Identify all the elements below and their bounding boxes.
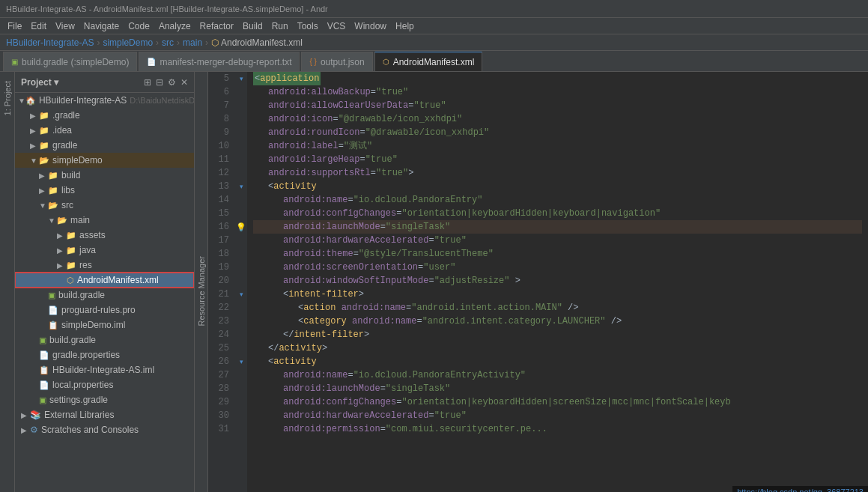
fold-21[interactable]: ▾: [235, 288, 247, 301]
resource-manager-label[interactable]: Resource Manager: [197, 256, 206, 327]
tree-item-hbuilder-iml[interactable]: ▶ 📋 HBuilder-Integrate-AS.iml: [15, 362, 194, 377]
tree-item-external-libraries[interactable]: ▶ 📚 External Libraries: [15, 407, 194, 422]
tree-item-src[interactable]: ▼ 📂 src: [15, 198, 194, 213]
code-attr-theme: android:theme="@style/TranslucentTheme": [283, 247, 494, 261]
tree-item-scratches[interactable]: ▶ ⚙ Scratches and Consoles: [15, 422, 194, 437]
tree-label-build-gradle-s: build.gradle: [58, 290, 105, 300]
tab-manifest-merger[interactable]: 📄 manifest-merger-debug-report.txt: [139, 52, 300, 71]
line-21: 21: [208, 288, 229, 301]
code-tag-activity-1: <activity: [268, 180, 317, 193]
menubar-item-edit[interactable]: Edit: [26, 18, 51, 34]
tree-item-gradle[interactable]: ▶ 📁 gradle: [15, 138, 194, 153]
code-line-11: android:largeHeap="true": [253, 153, 862, 166]
line-numbers: 5 6 7 8 9 10 11 12 13 14 15 16 17 18 19 …: [208, 72, 235, 492]
proguard-icon: 📄: [48, 306, 58, 315]
menubar-item-code[interactable]: Code: [124, 18, 154, 34]
tree-item-dot-idea[interactable]: ▶ 📁 .idea: [15, 123, 194, 138]
menubar-item-run[interactable]: Run: [267, 18, 293, 34]
menubar-item-help[interactable]: Help: [391, 18, 419, 34]
fold-26[interactable]: ▾: [235, 355, 247, 368]
breadcrumb-item-2[interactable]: simpleDemo: [103, 37, 153, 48]
tree-item-local-properties[interactable]: ▶ 📄 local.properties: [15, 377, 194, 392]
project-panel-toggle-label[interactable]: 1: Project: [3, 81, 12, 115]
menubar-item-window[interactable]: Window: [350, 18, 391, 34]
menubar-item-refactor[interactable]: Refactor: [195, 18, 238, 34]
code-line-26: <activity: [253, 355, 862, 368]
tree-item-build-gradle-root[interactable]: ▶ ▣ build.gradle: [15, 332, 194, 347]
title-bar: HBuilder-Integrate-AS - AndroidManifest.…: [0, 0, 868, 18]
menubar: FileEditViewNavigateCodeAnalyzeRefactorB…: [0, 18, 868, 34]
line-24: 24: [208, 328, 229, 341]
app-title: HBuilder-Integrate-AS - AndroidManifest.…: [6, 4, 328, 13]
fold-5[interactable]: ▾: [235, 72, 247, 85]
tree-item-dot-gradle[interactable]: ▶ 📁 .gradle: [15, 108, 194, 123]
project-close-icon[interactable]: ✕: [180, 77, 188, 88]
menubar-item-tools[interactable]: Tools: [293, 18, 323, 34]
tree-item-java[interactable]: ▶ 📁 java: [15, 243, 194, 258]
menubar-item-navigate[interactable]: Navigate: [79, 18, 124, 34]
tree-item-androidmanifest[interactable]: ▶ ⬡ AndroidManifest.xml: [15, 273, 194, 288]
code-container: 5 6 7 8 9 10 11 12 13 14 15 16 17 18 19 …: [208, 72, 868, 492]
tree-arrow-root: ▼: [18, 97, 25, 105]
breadcrumb-item-1[interactable]: HBuilder-Integrate-AS: [6, 37, 94, 48]
tree-item-res[interactable]: ▶ 📁 res: [15, 258, 194, 273]
code-line-5: <application: [253, 72, 862, 85]
fold-6: [235, 85, 247, 99]
tree-item-root[interactable]: ▼ 🏠 HBuilder-Integrate-AS D:\BaiduNetdis…: [15, 93, 194, 108]
menubar-item-view[interactable]: View: [51, 18, 79, 34]
tree-item-settings-gradle[interactable]: ▶ ▣ settings.gradle: [15, 392, 194, 407]
tree-item-build-gradle-simpledemo[interactable]: ▶ ▣ build.gradle: [15, 288, 194, 303]
menubar-item-build[interactable]: Build: [238, 18, 267, 34]
tree-arrow-main: ▼: [48, 216, 57, 225]
tree-item-build[interactable]: ▶ 📁 build: [15, 168, 194, 183]
resource-manager-tab[interactable]: Resource Manager: [195, 72, 208, 492]
menubar-item-analyze[interactable]: Analyze: [154, 18, 195, 34]
fold-8: [235, 112, 247, 126]
fold-arrow-21: ▾: [240, 291, 243, 298]
tree-item-assets[interactable]: ▶ 📁 assets: [15, 228, 194, 243]
sep1: ›: [97, 37, 100, 48]
tree-item-simpledemo-iml[interactable]: ▶ 📋 simpleDemo.iml: [15, 318, 194, 332]
project-expand-icon[interactable]: ⊞: [144, 77, 151, 88]
line-17: 17: [208, 234, 229, 247]
dot-gradle-folder-icon: 📁: [39, 111, 49, 121]
menubar-item-file[interactable]: File: [3, 18, 26, 34]
lightbulb-16[interactable]: 💡: [236, 222, 246, 232]
line-20: 20: [208, 274, 229, 288]
gradle-prop-icon: 📄: [39, 350, 49, 360]
code-attr-name-2: android:name="io.dcloud.PandoraEntryActi…: [283, 368, 526, 382]
fold-11: [235, 153, 247, 166]
sep4: ›: [205, 37, 208, 48]
tree-item-gradle-properties[interactable]: ▶ 📄 gradle.properties: [15, 347, 194, 362]
tab-output-json[interactable]: { } output.json: [301, 52, 372, 71]
tree-item-simpledemo[interactable]: ▼ 📂 simpleDemo: [15, 153, 194, 168]
tree-label-gradle-prop: gradle.properties: [52, 350, 120, 360]
tree-label-settings-gradle: settings.gradle: [49, 395, 108, 405]
tab-android-manifest-label: AndroidManifest.xml: [393, 57, 475, 67]
tree-item-main[interactable]: ▼ 📂 main: [15, 213, 194, 228]
project-collapse-icon[interactable]: ⊟: [156, 77, 163, 88]
tree-arrow-src: ▼: [39, 201, 48, 210]
tree-item-proguard[interactable]: ▶ 📄 proguard-rules.pro: [15, 303, 194, 318]
tree-arrow-libs: ▶: [39, 186, 48, 195]
tree-arrow-res: ▶: [57, 261, 66, 270]
tab-android-manifest[interactable]: ⬡ AndroidManifest.xml: [374, 52, 483, 71]
menubar-item-vcs[interactable]: VCS: [323, 18, 350, 34]
code-tag-application: <application: [253, 72, 321, 85]
tab-android-manifest-icon: ⬡: [383, 58, 389, 66]
code-editor[interactable]: <application android:allowBackup="true" …: [247, 72, 868, 492]
libs-folder-icon: 📁: [48, 186, 58, 195]
left-panel-strip[interactable]: 1: Project: [0, 72, 15, 492]
breadcrumb-item-4[interactable]: main: [183, 37, 202, 48]
line-14: 14: [208, 193, 229, 207]
project-settings-icon[interactable]: ⚙: [168, 77, 176, 88]
tree-item-libs[interactable]: ▶ 📁 libs: [15, 183, 194, 198]
tree-arrow-ext-libs: ▶: [21, 411, 30, 419]
code-attr-allowclear: android:allowClearUserData="true": [268, 99, 446, 112]
tab-build-gradle[interactable]: ▣ build.gradle (:simpleDemo): [3, 52, 137, 71]
code-line-8: android:icon="@drawable/icon_xxhdpi": [253, 112, 862, 126]
fold-13[interactable]: ▾: [235, 180, 247, 193]
code-line-30: android:hardwareAccelerated="true": [253, 409, 862, 422]
breadcrumb-item-3[interactable]: src: [162, 37, 174, 48]
tree-arrow-scratches: ▶: [21, 426, 30, 434]
